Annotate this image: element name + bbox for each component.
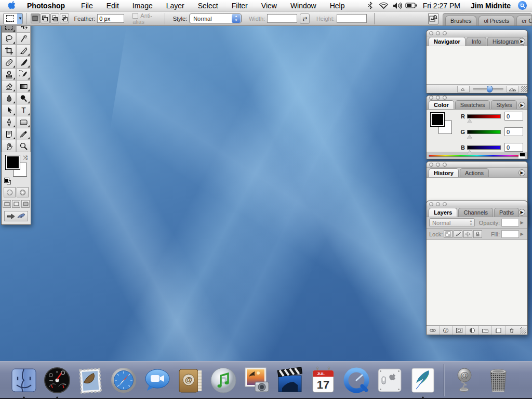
antialias-checkbox[interactable] [132,13,138,19]
tab-styles[interactable]: Styles [491,100,517,109]
add-to-selection-button[interactable] [41,14,50,23]
fullscreen-button[interactable] [21,200,30,208]
palette-titlebar[interactable] [427,162,527,168]
menu-clock[interactable]: Fri 2:27 PM [418,2,466,10]
dock-item-web-link[interactable]: @ [450,365,480,395]
blue-slider[interactable] [467,145,501,150]
menu-file[interactable]: File [74,2,100,10]
intersect-selection-button[interactable] [60,14,69,23]
palette-menu-button[interactable]: ▶ [518,209,525,216]
fill-input[interactable] [501,230,519,238]
tab-actions[interactable]: Actions [460,168,489,177]
menu-photoshop[interactable]: Photoshop [20,2,74,10]
tab-swatches[interactable]: Swatches [455,100,490,109]
zoom-out-button[interactable] [457,86,470,92]
color-spectrum-ramp[interactable] [429,155,525,157]
quick-mask-mode-button[interactable] [17,187,29,197]
tab-history[interactable]: History [429,168,459,177]
palette-menu-button[interactable]: ▶ [518,102,525,109]
resize-grip[interactable] [521,86,527,92]
resize-grip[interactable] [520,327,526,334]
blue-slider-thumb[interactable] [467,150,472,154]
foreground-color-swatch[interactable] [431,113,444,126]
spotlight-icon[interactable] [518,1,527,10]
file-browser-button[interactable] [428,13,438,24]
dock-item-trash[interactable] [483,365,513,395]
standard-screen-button[interactable] [3,200,11,208]
tool-dodge[interactable] [16,92,31,104]
tool-zoom[interactable] [16,140,31,152]
lock-transparency-button[interactable] [444,230,453,238]
dock-item-ichat[interactable] [142,365,172,395]
volume-icon[interactable] [391,2,404,9]
palette-menu-button[interactable]: ▶ [518,38,525,45]
minimize-icon[interactable] [436,96,440,100]
bluetooth-icon[interactable] [364,2,377,9]
dock-item-dashboard[interactable] [42,365,72,395]
lock-position-button[interactable] [463,230,472,238]
new-layer-button[interactable] [492,326,505,335]
menu-filter[interactable]: Filter [225,2,255,10]
zoom-icon[interactable] [443,163,447,167]
dock-item-system-preferences[interactable] [375,365,405,395]
width-input[interactable] [267,14,297,23]
tool-lasso[interactable] [2,33,16,45]
opacity-arrow-icon[interactable]: ▶ [519,219,525,227]
tool-gradient[interactable] [16,81,31,92]
fullscreen-menubar-button[interactable] [12,200,20,208]
adjustment-layer-button[interactable] [466,326,479,335]
tab-navigator[interactable]: Navigator [429,37,466,46]
dock-item-address-book[interactable]: @ [175,365,205,395]
fill-arrow-icon[interactable]: ▶ [519,230,525,238]
tool-hand[interactable] [2,140,16,152]
zoom-icon[interactable] [443,96,447,100]
dock-item-mail[interactable] [75,365,105,395]
menu-view[interactable]: View [255,2,284,10]
close-icon[interactable] [429,202,433,206]
red-value-input[interactable] [504,112,523,121]
tool-clone-stamp[interactable] [2,69,16,81]
tool-type[interactable]: T [16,104,31,116]
tool-pen[interactable] [2,116,16,128]
dock-item-ical[interactable]: JUL17 [308,365,338,395]
tool-path-selection[interactable] [2,104,16,116]
foreground-color-swatch[interactable] [6,155,20,169]
tool-brush[interactable] [16,57,31,69]
menu-user[interactable]: Jim Midnite [466,2,516,10]
menu-layer[interactable]: Layer [159,2,191,10]
close-icon[interactable] [429,31,433,35]
palette-well-tab-brushes[interactable]: Brushes [445,16,476,25]
palette-well-tab-layer-comps[interactable]: er Comps [516,16,532,25]
default-colors-icon[interactable] [5,178,11,184]
red-slider-thumb[interactable] [467,119,472,123]
zoom-slider[interactable] [473,88,503,90]
green-slider[interactable] [467,130,501,134]
edit-in-imageready-button[interactable] [4,211,28,221]
standard-mode-button[interactable] [4,187,16,197]
dock-item-finder[interactable] [9,365,39,395]
menu-help[interactable]: Help [323,2,352,10]
tool-history-brush[interactable] [16,69,31,81]
tool-blur[interactable] [2,92,16,104]
menu-select[interactable]: Select [191,2,225,10]
swap-colors-icon[interactable]: ⤨ [23,154,28,161]
tool-crop[interactable] [2,45,16,57]
green-value-input[interactable] [504,127,523,136]
lock-all-button[interactable] [473,230,482,238]
link-layers-button[interactable] [427,326,440,335]
close-icon[interactable] [429,96,433,100]
tool-magic-wand[interactable] [16,33,31,45]
menu-edit[interactable]: Edit [100,2,126,10]
minimize-icon[interactable] [436,31,440,35]
zoom-icon[interactable] [443,31,447,35]
tab-color[interactable]: Color [429,100,454,109]
zoom-icon[interactable] [443,202,447,206]
tab-paths[interactable]: Paths [494,208,519,217]
airport-icon[interactable] [377,2,391,9]
antialias-checkbox-row[interactable]: Anti-alias [132,12,158,25]
tab-layers[interactable]: Layers [429,208,457,217]
feather-input[interactable] [97,14,124,23]
dock-item-itunes[interactable] [208,365,238,395]
dock-item-photoshop[interactable] [408,365,438,395]
blue-value-input[interactable] [504,143,523,152]
